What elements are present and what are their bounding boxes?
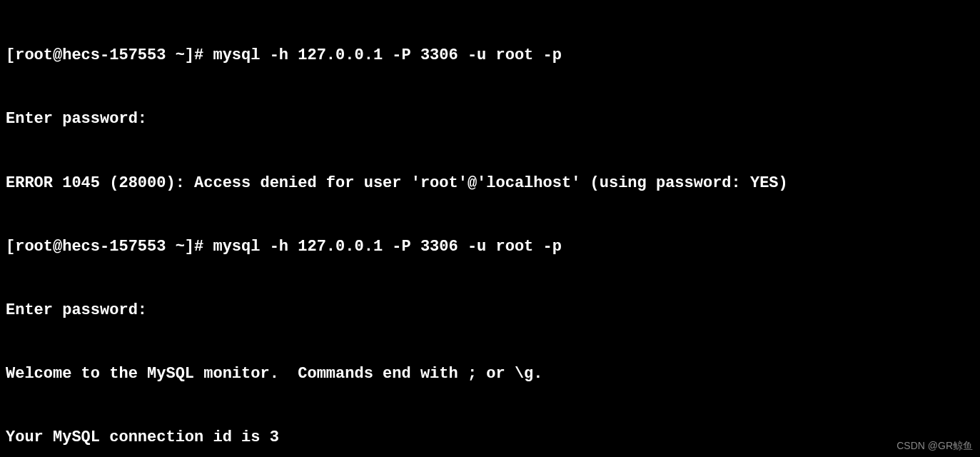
terminal-line: Welcome to the MySQL monitor. Commands e… [6, 363, 974, 385]
terminal-line: [root@hecs-157553 ~]# mysql -h 127.0.0.1… [6, 45, 974, 66]
terminal-output[interactable]: [root@hecs-157553 ~]# mysql -h 127.0.0.1… [6, 3, 974, 457]
watermark: CSDN @GR鲸鱼 [896, 439, 973, 453]
terminal-line: Your MySQL connection id is 3 [6, 427, 974, 448]
terminal-line: [root@hecs-157553 ~]# mysql -h 127.0.0.1… [6, 236, 974, 258]
terminal-line: Enter password: [6, 300, 974, 321]
terminal-line: Enter password: [6, 109, 974, 130]
terminal-line: ERROR 1045 (28000): Access denied for us… [6, 173, 974, 194]
